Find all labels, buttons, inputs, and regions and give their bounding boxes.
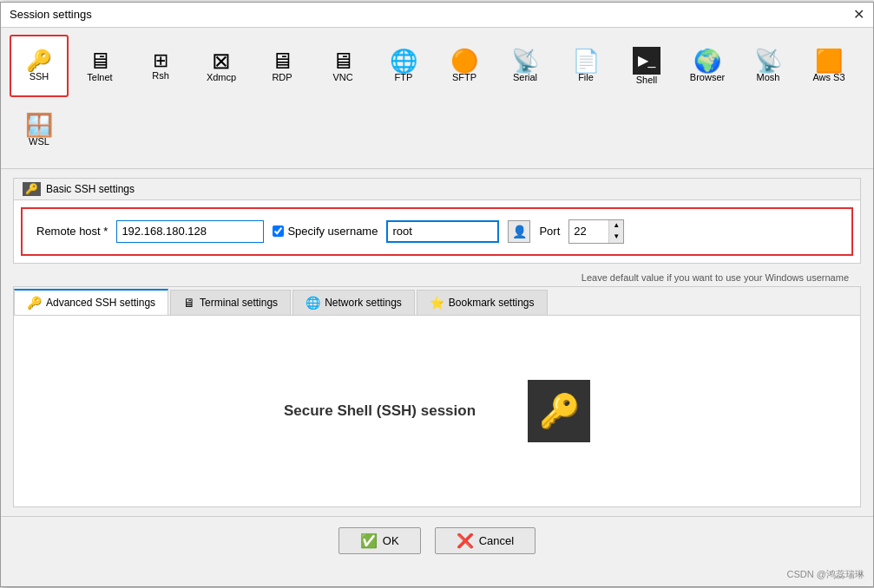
session-settings-dialog: Session settings ✕ 🔑 SSH 🖥 Telnet ⊞ Rsh …	[0, 2, 874, 587]
toolbar-label-browser: Browser	[690, 72, 725, 82]
spin-down-button[interactable]: ▼	[609, 232, 623, 243]
ssh-icon: 🔑	[26, 50, 52, 71]
toolbar-item-rdp[interactable]: 🖥 RDP	[253, 35, 312, 97]
toolbar-item-telnet[interactable]: 🖥 Telnet	[70, 35, 129, 97]
username-input[interactable]	[386, 220, 499, 243]
tab-network[interactable]: 🌐 Network settings	[292, 290, 415, 315]
ssh-session-label: Secure Shell (SSH) session	[284, 402, 476, 420]
tab-terminal[interactable]: 🖥 Terminal settings	[170, 290, 291, 315]
footer: ✅ OK ❌ Cancel	[1, 516, 873, 565]
key-icon-box: 🔑	[528, 380, 590, 442]
tab-terminal-label: Terminal settings	[200, 297, 278, 309]
tab-content: Secure Shell (SSH) session 🔑	[14, 316, 860, 506]
specify-username-text: Specify username	[287, 225, 378, 238]
tabs-header: 🔑 Advanced SSH settings 🖥 Terminal setti…	[14, 287, 860, 316]
content-area: 🔑 Basic SSH settings Remote host * Speci…	[1, 169, 873, 516]
toolbar-item-vnc[interactable]: 🖥 VNC	[313, 35, 372, 97]
cancel-label: Cancel	[479, 534, 514, 547]
tab-bookmark-label: Bookmark settings	[449, 297, 535, 309]
toolbar-label-ssh: SSH	[30, 71, 49, 82]
toolbar-label-mosh: Mosh	[757, 72, 780, 82]
toolbar-label-sftp: SFTP	[452, 72, 476, 82]
toolbar-item-sftp[interactable]: 🟠 SFTP	[435, 35, 494, 97]
toolbar-item-browser[interactable]: 🌍 Browser	[678, 35, 737, 97]
toolbar-item-file[interactable]: 📄 File	[556, 35, 615, 97]
toolbar-item-serial[interactable]: 📡 Serial	[496, 35, 555, 97]
toolbar-label-awss3: Aws S3	[812, 72, 844, 82]
shell-icon: ▶_	[633, 47, 660, 75]
toolbar-label-telnet: Telnet	[87, 72, 112, 82]
awss3-icon: 🟧	[815, 49, 843, 72]
toolbar-label-vnc: VNC	[332, 72, 352, 82]
spin-up-button[interactable]: ▲	[609, 220, 623, 232]
toolbar-label-rdp: RDP	[272, 72, 292, 82]
tab-bookmark[interactable]: ⭐ Bookmark settings	[417, 290, 548, 315]
file-icon: 📄	[572, 49, 600, 72]
watermark: CSDN @鸿蕊瑞琳	[1, 565, 873, 586]
bookmark-tab-icon: ⭐	[430, 296, 444, 310]
browser-icon: 🌍	[693, 49, 721, 72]
toolbar-item-wsl[interactable]: 🪟 WSL	[10, 99, 69, 161]
basic-ssh-label: Basic SSH settings	[46, 183, 135, 195]
toolbar-label-xdmcp: Xdmcp	[207, 72, 236, 82]
toolbar-item-xdmcp[interactable]: ⊠ Xdmcp	[192, 35, 251, 97]
port-input[interactable]	[569, 220, 608, 243]
telnet-icon: 🖥	[89, 49, 111, 72]
toolbar-label-wsl: WSL	[29, 136, 49, 147]
remote-host-label: Remote host *	[36, 225, 108, 238]
toolbar-label-ftp: FTP	[395, 72, 413, 82]
specify-username-checkbox[interactable]	[273, 225, 284, 237]
tab-advanced-ssh[interactable]: 🔑 Advanced SSH settings	[14, 289, 168, 315]
vnc-icon: 🖥	[332, 49, 354, 72]
mosh-icon: 📡	[754, 49, 782, 72]
toolbar: 🔑 SSH 🖥 Telnet ⊞ Rsh ⊠ Xdmcp 🖥 RDP 🖥 VNC	[1, 28, 873, 169]
tab-advanced-ssh-label: Advanced SSH settings	[46, 297, 155, 309]
network-tab-icon: 🌐	[306, 296, 320, 310]
toolbar-item-ftp[interactable]: 🌐 FTP	[374, 35, 433, 97]
tab-network-label: Network settings	[325, 297, 402, 309]
toolbar-label-file: File	[578, 72, 594, 82]
ssh-small-icon: 🔑	[23, 182, 41, 196]
serial-icon: 📡	[511, 49, 539, 72]
xdmcp-icon: ⊠	[212, 49, 231, 72]
terminal-tab-icon: 🖥	[183, 296, 195, 310]
ssh-session-content: Secure Shell (SSH) session 🔑	[31, 380, 843, 442]
toolbar-item-rsh[interactable]: ⊞ Rsh	[131, 35, 190, 97]
toolbar-label-shell: Shell	[636, 75, 657, 85]
basic-settings-row: Remote host * Specify username 👤 Port ▲ …	[21, 207, 853, 256]
title-bar: Session settings ✕	[1, 3, 873, 28]
toolbar-item-shell[interactable]: ▶_ Shell	[617, 35, 676, 97]
spin-buttons: ▲ ▼	[608, 220, 623, 243]
tabs-container: 🔑 Advanced SSH settings 🖥 Terminal setti…	[13, 286, 861, 507]
sftp-icon: 🟠	[450, 49, 478, 72]
advanced-ssh-tab-icon: 🔑	[27, 296, 42, 310]
key-icon: 🔑	[539, 392, 580, 430]
close-button[interactable]: ✕	[853, 8, 864, 22]
cancel-icon: ❌	[457, 532, 474, 549]
basic-ssh-settings-title: 🔑 Basic SSH settings	[14, 179, 860, 200]
basic-ssh-settings-group: 🔑 Basic SSH settings Remote host * Speci…	[13, 178, 861, 264]
wsl-icon: 🪟	[25, 114, 53, 136]
rsh-icon: ⊞	[153, 51, 168, 70]
rdp-icon: 🖥	[271, 49, 293, 72]
ok-label: OK	[383, 534, 399, 547]
ftp-icon: 🌐	[390, 49, 417, 72]
toolbar-item-awss3[interactable]: 🟧 Aws S3	[799, 35, 858, 97]
hint-text: Leave default value if you want to use y…	[13, 271, 861, 286]
toolbar-item-ssh[interactable]: 🔑 SSH	[10, 35, 69, 97]
user-icon-button[interactable]: 👤	[508, 220, 530, 243]
toolbar-item-mosh[interactable]: 📡 Mosh	[739, 35, 798, 97]
toolbar-label-serial: Serial	[513, 72, 537, 82]
port-label: Port	[539, 225, 560, 238]
dialog-title: Session settings	[10, 8, 92, 21]
ok-button[interactable]: ✅ OK	[338, 527, 421, 554]
toolbar-label-rsh: Rsh	[152, 70, 169, 81]
port-spinbox[interactable]: ▲ ▼	[568, 219, 624, 244]
ok-icon: ✅	[360, 532, 378, 549]
specify-username-label[interactable]: Specify username	[273, 225, 378, 238]
remote-host-input[interactable]	[116, 220, 264, 243]
cancel-button[interactable]: ❌ Cancel	[435, 527, 536, 554]
